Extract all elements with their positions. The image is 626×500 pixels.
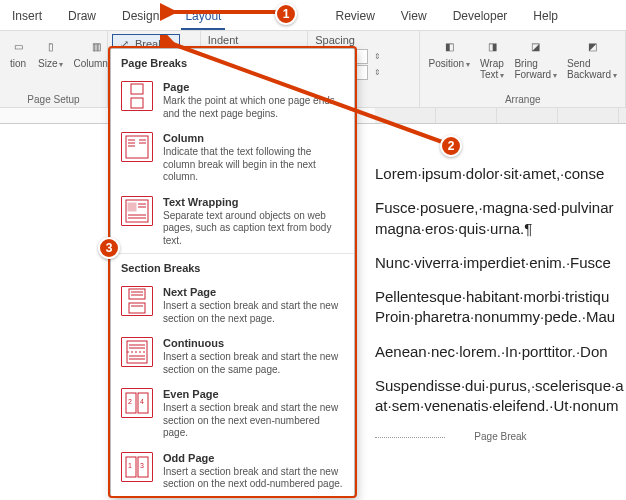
page-setup-label: Page Setup — [4, 94, 103, 106]
svg-rect-14 — [129, 289, 145, 299]
position-button[interactable]: ◧ Position▾ — [424, 34, 474, 71]
send-backward-button[interactable]: ◩ Send Backward▾ — [563, 34, 621, 82]
wrap-icon: ◨ — [482, 36, 502, 56]
item-title: Odd Page — [163, 452, 344, 464]
annotation-badge-3: 3 — [98, 237, 120, 259]
break-next-page[interactable]: Next Page Insert a section break and sta… — [111, 280, 354, 331]
size-icon: ▯ — [41, 36, 61, 56]
page-breaks-header: Page Breaks — [111, 49, 354, 75]
item-title: Even Page — [163, 388, 344, 400]
stepper-icon[interactable]: ⇕ — [374, 52, 381, 61]
paragraph[interactable]: magna·eros·quis·urna.¶ — [375, 219, 626, 239]
column-break-icon — [121, 132, 153, 162]
item-title: Continuous — [163, 337, 344, 349]
item-title: Column — [163, 132, 344, 144]
svg-rect-0 — [131, 84, 143, 94]
tab-draw[interactable]: Draw — [64, 4, 100, 30]
break-page[interactable]: Page Mark the point at which one page en… — [111, 75, 354, 126]
evenpage-icon: 24 — [121, 388, 153, 418]
size-button[interactable]: ▯ Size▾ — [34, 34, 67, 71]
item-desc: Separate text around objects on web page… — [163, 210, 344, 248]
paragraph[interactable]: Lorem·ipsum·dolor·sit·amet,·conse — [375, 164, 626, 184]
break-text-wrapping[interactable]: Text Wrapping Separate text around objec… — [111, 190, 354, 254]
paragraph[interactable]: Fusce·posuere,·magna·sed·pulvinar — [375, 198, 626, 218]
paragraph[interactable]: Proin·pharetra·nonummy·pede.·Mau — [375, 307, 626, 327]
page-break-icon — [121, 81, 153, 111]
tab-view[interactable]: View — [397, 4, 431, 30]
break-column[interactable]: Column Indicate that the text following … — [111, 126, 354, 190]
arrange-label: Arrange — [424, 94, 621, 106]
item-desc: Insert a section break and start the new… — [163, 466, 344, 491]
item-desc: Indicate that the text following the col… — [163, 146, 344, 184]
item-title: Page — [163, 81, 344, 93]
tab-help[interactable]: Help — [529, 4, 562, 30]
forward-icon: ◪ — [526, 36, 546, 56]
item-desc: Insert a section break and start the new… — [163, 351, 344, 376]
breaks-dropdown: Page Breaks Page Mark the point at which… — [110, 48, 355, 498]
svg-text:3: 3 — [140, 462, 144, 469]
svg-rect-17 — [129, 303, 145, 313]
columns-icon: ▥ — [86, 36, 106, 56]
indent-label: Indent — [205, 34, 303, 48]
tab-review[interactable]: Review — [331, 4, 378, 30]
item-desc: Insert a section break and start the new… — [163, 402, 344, 440]
paragraph[interactable]: Aenean·nec·lorem.·In·porttitor.·Don — [375, 342, 626, 362]
svg-text:2: 2 — [128, 398, 132, 405]
break-odd-page[interactable]: 13 Odd Page Insert a section break and s… — [111, 446, 354, 497]
position-icon: ◧ — [439, 36, 459, 56]
item-title: Text Wrapping — [163, 196, 344, 208]
tab-design[interactable]: Design — [118, 4, 163, 30]
break-even-page[interactable]: 24 Even Page Insert a section break and … — [111, 382, 354, 446]
nextpage-icon — [121, 286, 153, 316]
backward-icon: ◩ — [582, 36, 602, 56]
annotation-badge-2: 2 — [440, 135, 462, 157]
paragraph[interactable]: at·sem·venenatis·eleifend.·Ut·nonum — [375, 396, 626, 416]
spacing-label: Spacing — [312, 34, 415, 48]
item-desc: Mark the point at which one page ends an… — [163, 95, 344, 120]
wrap-text-button[interactable]: ◨ Wrap Text▾ — [476, 34, 508, 82]
paragraph[interactable]: Suspendisse·dui·purus,·scelerisque·a — [375, 376, 626, 396]
item-desc: Insert a section break and start the new… — [163, 300, 344, 325]
page-break-marker: Page Break — [375, 430, 626, 444]
tab-developer[interactable]: Developer — [449, 4, 512, 30]
oddpage-icon: 13 — [121, 452, 153, 482]
stepper-icon[interactable]: ⇕ — [374, 68, 381, 77]
tab-insert[interactable]: Insert — [8, 4, 46, 30]
annotation-badge-1: 1 — [275, 3, 297, 25]
tab-layout[interactable]: Layout — [181, 4, 225, 30]
svg-rect-1 — [131, 98, 143, 108]
ribbon-tabs: Insert Draw Design Layout placeholder Re… — [0, 0, 626, 31]
page-icon: ▭ — [8, 36, 28, 56]
svg-text:4: 4 — [140, 398, 144, 405]
orientation-button[interactable]: ▭ tion — [4, 34, 32, 71]
break-continuous[interactable]: Continuous Insert a section break and st… — [111, 331, 354, 382]
section-breaks-header: Section Breaks — [111, 253, 354, 280]
item-title: Next Page — [163, 286, 344, 298]
continuous-icon — [121, 337, 153, 367]
svg-text:1: 1 — [128, 462, 132, 469]
bring-forward-button[interactable]: ◪ Bring Forward▾ — [510, 34, 561, 82]
textwrap-break-icon — [121, 196, 153, 226]
paragraph[interactable]: Pellentesque·habitant·morbi·tristiqu — [375, 287, 626, 307]
paragraph[interactable]: Nunc·viverra·imperdiet·enim.·Fusce — [375, 253, 626, 273]
svg-rect-9 — [128, 203, 136, 211]
svg-rect-2 — [126, 136, 148, 158]
